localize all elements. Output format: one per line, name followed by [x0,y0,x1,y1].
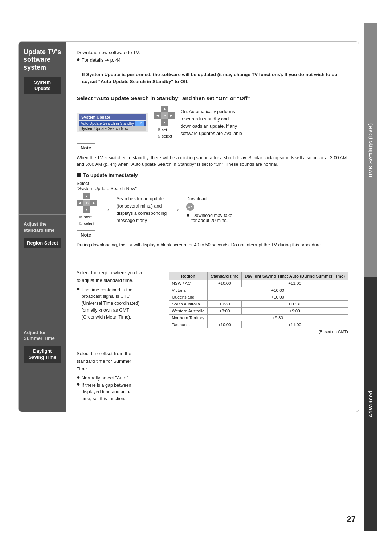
dst-tas: +11:00 [242,321,348,328]
dst-wa: +9:00 [242,308,348,315]
dpad-botleft [154,119,161,126]
region-nsw: NSW / ACT [169,280,208,287]
region-bullet-dot: ● [77,286,80,292]
col-standard: Standard time [208,272,242,280]
dpad2-down: ▼ [83,206,90,213]
dpad-container-1: ▲ ◀ OK ▶ ▼ ② set ① select [154,106,175,140]
step-labels-1: ② set ① select [157,127,172,140]
sidebar-update-title: Update TV's software system [24,48,61,72]
bullet-dot: ● [77,57,80,62]
dst-bullet-dot-1: ● [77,374,80,380]
table-row-nt: Northern Territory +9:30 [169,315,348,321]
right-sidebar: DVB Settings (DVB) Advanced [364,23,377,531]
content-section-region: Select the region where you live to adju… [66,261,359,342]
auto-update-heading: Select "Auto Update Search in Standby" a… [77,95,348,101]
advanced-label: Advanced [364,277,377,531]
download-time: for about 20 mins. [186,218,228,223]
on-value: On [135,121,144,126]
std-tas: +10:00 [208,321,242,328]
warning-box: If System Update is performed, the softw… [77,67,348,89]
dst-sa: +10:30 [242,301,348,308]
content: Download new software to TV. ● For detai… [66,42,359,412]
region-bullet-text: The time contained in the broadcast sign… [82,287,140,321]
region-table-container: Region Standard time Daylight Saving Tim… [169,269,348,334]
dpad-1: ▲ ◀ OK ▶ ▼ [154,106,175,126]
on-description: On: Automatically performs a search in s… [180,108,242,137]
region-intro-text: Select the region where you live to adju… [77,269,162,284]
table-row-qld: Queensland +10:00 [169,294,348,301]
dpad2-ok: OK [83,200,90,206]
region-select-button[interactable]: Region Select [24,238,61,249]
region-bullet-1: ● The time contained in the broadcast si… [77,287,162,321]
dpad2-up: ▲ [83,193,90,199]
system-update-button[interactable]: System Update [24,77,61,94]
for-details-text: For details ➔ p. 44 [82,57,121,63]
content-section-dst: Select time offset from the standard tim… [66,342,359,412]
ok-circle: OK [186,203,194,211]
sidebar-region-title: Adjust the standard time [24,221,61,234]
intro-text: Download new software to TV. [77,50,348,55]
dst-bullet-2-text: If there is a gap between displayed time… [82,382,133,402]
sidebar-section-region: Adjust the standard time Region Select [19,215,66,323]
dpad2-topleft [77,193,83,199]
tv-menu-row-2: System Update Search Now [79,126,146,131]
dpad2-botleft [77,206,83,213]
dpad-up: ▲ [161,106,168,112]
sidebar: Update TV's software system System Updat… [19,42,66,412]
content-section-update: Download new software to TV. ● For detai… [66,42,359,262]
note-1-label: Note [77,143,95,152]
select-instruction: Select "System Update Search Now" [77,181,348,191]
std-dst-nt: +9:30 [208,315,348,321]
dpad2-topright [90,193,97,199]
table-row-sa: South Australia +9:30 +10:30 [169,301,348,308]
arrow-2: → [172,205,180,214]
dst-bullet-2: ● If there is a gap between displayed ti… [77,382,348,402]
dpad-botright [168,119,175,126]
diagram-row-1: System Update Auto Update Search in Stan… [77,106,348,140]
note-2-container: Note During downloading, the TV will dis… [77,230,348,249]
dst-bullet-dot-2: ● [77,381,80,387]
note-2-label: Note [77,230,95,239]
table-row-wa: Western Australia +8:00 +9:00 [169,308,348,315]
diagram-row-2: ▲ ◀ OK ▶ ▼ ② start ① select [77,193,348,227]
dst-nsw: +11:00 [242,280,348,287]
sidebar-section-dst: Adjust for Summer Time Daylight Saving T… [19,323,66,412]
tv-menu-row-1: Auto Update Search in Standby On [79,121,146,126]
daylight-saving-time-button[interactable]: Daylight Saving Time [24,346,61,363]
arrow-1: → [103,205,111,214]
table-row-vic: Victoria +10:00 [169,287,348,294]
step-labels-2: ② start ① select [79,214,94,227]
to-update-heading-container: To update immediately [77,172,348,178]
region-intro: Select the region where you live to adju… [77,269,162,322]
region-qld: Queensland [169,294,208,301]
dpad2-botright [90,206,97,213]
table-row-nsw: NSW / ACT +10:00 +11:00 [169,280,348,287]
dpad-topright [168,106,175,112]
dpad-topleft [154,106,161,112]
note-2-content: During downloading, the TV will display … [77,242,348,249]
dpad-right: ▶ [168,112,175,119]
note-1-container: Note When the TV is switched to standby,… [77,143,348,168]
to-update-heading: To update immediately [83,172,138,178]
std-nsw: +10:00 [208,280,242,287]
search-description: Searches for an update (for several mins… [117,195,167,224]
region-table: Region Standard time Daylight Saving Tim… [169,272,348,328]
dst-intro: Select time offset from the standard tim… [77,350,348,373]
col-dst: Daylight Saving Time: Auto (During Summe… [242,272,348,280]
dst-bullet-1: ● Normally select "Auto". [77,375,348,381]
download-section: Download OK ● Download may take for abou… [186,196,232,223]
download-may-take: ● Download may take [186,212,232,218]
region-wa: Western Australia [169,308,208,315]
note-1-content: When the TV is switched to standby, ther… [77,155,348,168]
region-vic: Victoria [169,287,208,294]
dpad-left: ◀ [154,112,161,119]
tv-menu-mockup: System Update Auto Update Search in Stan… [77,113,148,132]
for-details-item: ● For details ➔ p. 44 [77,57,348,63]
dpad-container-2: ▲ ◀ OK ▶ ▼ ② start ① select [77,193,97,227]
tv-menu-title: System Update [79,114,146,120]
black-square-icon [77,173,81,177]
region-nt: Northern Territory [169,315,208,321]
table-row-tas: Tasmania +10:00 +11:00 [169,321,348,328]
std-sa: +9:30 [208,301,242,308]
main-container: Update TV's software system System Updat… [18,41,359,412]
